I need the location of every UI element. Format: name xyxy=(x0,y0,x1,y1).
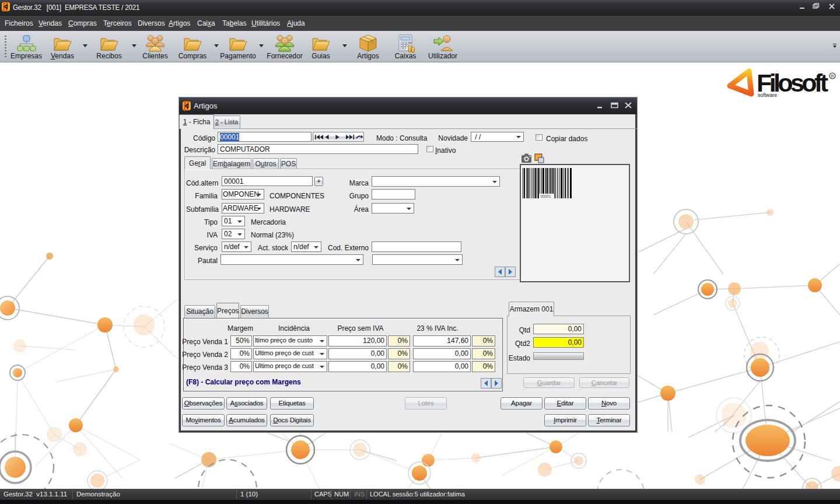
svg-text:R: R xyxy=(831,74,834,78)
svg-text:00001: 00001 xyxy=(541,194,551,198)
svg-text:software: software xyxy=(758,92,777,98)
